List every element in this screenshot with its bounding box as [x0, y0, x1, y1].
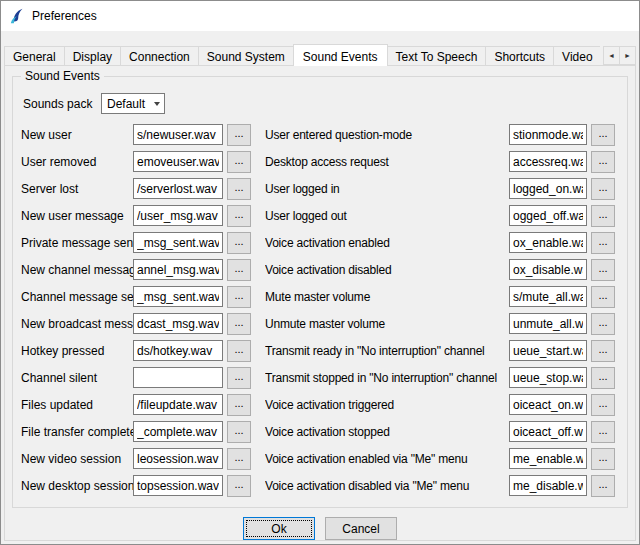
browse-button[interactable]: ... — [227, 205, 251, 227]
browse-button[interactable]: ... — [227, 232, 251, 254]
sound-file-input[interactable] — [509, 259, 587, 280]
sound-event-label: Channel silent — [21, 371, 133, 385]
sound-events-grid: New user...User removed...Server lost...… — [21, 121, 623, 499]
sound-event-label: File transfer complete — [21, 425, 133, 439]
browse-button[interactable]: ... — [227, 286, 251, 308]
browse-button[interactable]: ... — [591, 367, 615, 389]
sound-event-row: Transmit ready in "No interruption" chan… — [265, 337, 623, 364]
tab-display[interactable]: Display — [64, 46, 121, 66]
tab-scroll-left-button[interactable]: ◄ — [603, 46, 620, 65]
browse-button[interactable]: ... — [227, 475, 251, 497]
sound-file-input[interactable] — [133, 124, 223, 145]
sound-file-input[interactable] — [133, 259, 223, 280]
sounds-pack-value: Default — [102, 97, 149, 111]
window-title: Preferences — [32, 9, 97, 23]
sound-file-input[interactable] — [133, 205, 223, 226]
sound-event-label: New user message — [21, 209, 133, 223]
tab-sound-events[interactable]: Sound Events — [293, 44, 388, 66]
browse-button[interactable]: ... — [227, 124, 251, 146]
tab-video[interactable]: Video — [553, 46, 600, 66]
tab-page-sound-events: Sound Events Sounds pack Default New use… — [4, 65, 636, 541]
sound-event-label: Server lost — [21, 182, 133, 196]
sound-file-input[interactable] — [509, 151, 587, 172]
tab-scroll-right-button[interactable]: ► — [619, 46, 636, 65]
browse-button[interactable]: ... — [227, 340, 251, 362]
sound-file-input[interactable] — [133, 394, 223, 415]
sound-file-input[interactable] — [133, 340, 223, 361]
arrow-left-icon: ◄ — [608, 52, 615, 59]
tab-general[interactable]: General — [4, 46, 65, 66]
browse-button[interactable]: ... — [591, 286, 615, 308]
tab-sound-system[interactable]: Sound System — [198, 46, 294, 66]
cancel-button[interactable]: Cancel — [325, 517, 397, 540]
sound-event-row: Transmit stopped in "No interruption" ch… — [265, 364, 623, 391]
sound-event-row: Voice activation disabled... — [265, 256, 623, 283]
sound-file-input[interactable] — [509, 367, 587, 388]
sound-file-input[interactable] — [509, 475, 587, 496]
sound-event-label: User logged out — [265, 209, 509, 223]
browse-button[interactable]: ... — [591, 313, 615, 335]
sound-file-input[interactable] — [509, 421, 587, 442]
browse-button[interactable]: ... — [591, 394, 615, 416]
sound-event-row: User logged in... — [265, 175, 623, 202]
sound-event-row: Voice activation enabled via "Me" menu..… — [265, 445, 623, 472]
tab-shortcuts[interactable]: Shortcuts — [485, 46, 554, 66]
browse-button[interactable]: ... — [227, 313, 251, 335]
browse-button[interactable]: ... — [591, 448, 615, 470]
browse-button[interactable]: ... — [591, 124, 615, 146]
browse-button[interactable]: ... — [591, 151, 615, 173]
sound-event-label: Desktop access request — [265, 155, 509, 169]
browse-button[interactable]: ... — [227, 394, 251, 416]
sound-file-input[interactable] — [133, 448, 223, 469]
sound-event-row: Desktop access request... — [265, 148, 623, 175]
browse-button[interactable]: ... — [591, 340, 615, 362]
browse-button[interactable]: ... — [227, 259, 251, 281]
sound-event-label: Unmute master volume — [265, 317, 509, 331]
sound-file-input[interactable] — [133, 151, 223, 172]
sound-event-row: Voice activation disabled via "Me" menu.… — [265, 472, 623, 499]
sound-file-input[interactable] — [133, 367, 223, 388]
sound-events-column-right: User entered question-mode...Desktop acc… — [265, 121, 623, 499]
sounds-pack-select[interactable]: Default — [101, 93, 165, 114]
browse-button[interactable]: ... — [591, 205, 615, 227]
sound-file-input[interactable] — [133, 313, 223, 334]
sound-event-row: New user message... — [21, 202, 255, 229]
sound-file-input[interactable] — [133, 286, 223, 307]
sound-file-input[interactable] — [133, 178, 223, 199]
browse-button[interactable]: ... — [591, 259, 615, 281]
sound-file-input[interactable] — [509, 448, 587, 469]
sound-event-label: New video session — [21, 452, 133, 466]
sound-file-input[interactable] — [133, 232, 223, 253]
sound-event-label: New user — [21, 128, 133, 142]
sound-file-input[interactable] — [133, 421, 223, 442]
browse-button[interactable]: ... — [227, 178, 251, 200]
sound-file-input[interactable] — [509, 340, 587, 361]
sound-event-row: Private message sent... — [21, 229, 255, 256]
sound-file-input[interactable] — [509, 286, 587, 307]
sound-event-row: Mute master volume... — [265, 283, 623, 310]
sound-file-input[interactable] — [509, 124, 587, 145]
browse-button[interactable]: ... — [227, 448, 251, 470]
sound-file-input[interactable] — [509, 178, 587, 199]
tab-connection[interactable]: Connection — [120, 46, 199, 66]
sound-event-row: Voice activation stopped... — [265, 418, 623, 445]
browse-button[interactable]: ... — [591, 475, 615, 497]
sound-file-input[interactable] — [509, 205, 587, 226]
browse-button[interactable]: ... — [591, 421, 615, 443]
sound-file-input[interactable] — [509, 394, 587, 415]
tab-text-to-speech[interactable]: Text To Speech — [387, 46, 487, 66]
sound-event-row: User logged out... — [265, 202, 623, 229]
ok-button[interactable]: Ok — [243, 517, 315, 540]
browse-button[interactable]: ... — [227, 151, 251, 173]
browse-button[interactable]: ... — [227, 421, 251, 443]
chevron-down-icon — [149, 102, 164, 106]
sound-file-input[interactable] — [509, 313, 587, 334]
sound-event-row: Files updated... — [21, 391, 255, 418]
browse-button[interactable]: ... — [227, 367, 251, 389]
sound-file-input[interactable] — [133, 475, 223, 496]
browse-button[interactable]: ... — [591, 232, 615, 254]
sounds-pack-label: Sounds pack — [23, 97, 101, 111]
sound-file-input[interactable] — [509, 232, 587, 253]
sound-event-label: New desktop session — [21, 479, 133, 493]
browse-button[interactable]: ... — [591, 178, 615, 200]
